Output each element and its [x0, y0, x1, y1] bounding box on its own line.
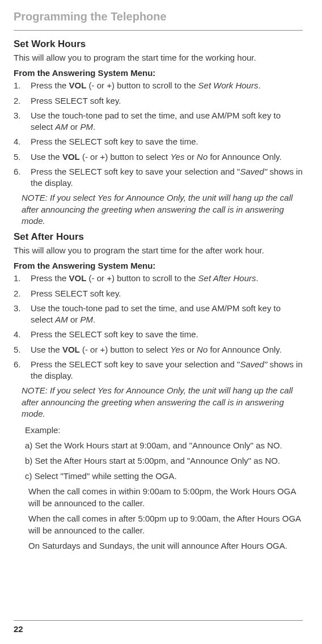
page-footer: 22 — [14, 620, 303, 634]
example-p3: On Saturdays and Sundays, the unit will … — [25, 540, 303, 552]
step-item: 1.Press the VOL (- or +) button to scrol… — [14, 273, 303, 284]
step-item: 6.Press the SELECT soft key to save your… — [14, 359, 303, 382]
example-b: b) Set the After Hours start at 5:00pm, … — [25, 455, 303, 467]
step-item: 3.Use the touch-tone pad to set the time… — [14, 110, 303, 133]
example-a: a) Set the Work Hours start at 9:00am, a… — [25, 439, 303, 451]
step-item: 2.Press SELECT soft key. — [14, 288, 303, 299]
steps-list: 1.Press the VOL (- or +) button to scrol… — [14, 273, 303, 382]
step-num: 5. — [14, 344, 21, 355]
page-number: 22 — [14, 624, 303, 634]
example-block: Example: a) Set the Work Hours start at … — [14, 424, 303, 552]
menu-heading: From the Answering System Menu: — [14, 261, 303, 270]
step-num: 6. — [14, 359, 21, 370]
note-text: NOTE: If you select Yes for Announce Onl… — [14, 192, 303, 227]
step-item: 4.Press the SELECT soft key to save the … — [14, 329, 303, 340]
step-num: 1. — [14, 80, 21, 91]
section-desc: This will allow you to program the start… — [14, 52, 303, 63]
section-title-work-hours: Set Work Hours — [14, 39, 303, 50]
step-num: 5. — [14, 151, 21, 163]
step-item: 4.Press the SELECT soft key to save the … — [14, 136, 303, 147]
step-num: 1. — [14, 273, 21, 284]
menu-heading: From the Answering System Menu: — [14, 68, 303, 78]
example-p1: When the call comes in within 9:00am to … — [25, 485, 303, 509]
step-num: 4. — [14, 136, 21, 147]
note-text: NOTE: If you select Yes for Announce Onl… — [14, 385, 303, 420]
example-label: Example: — [25, 424, 303, 436]
example-c: c) Select "Timed" while setting the OGA. — [25, 470, 303, 482]
step-num: 3. — [14, 303, 21, 314]
footer-divider — [14, 620, 303, 621]
section-desc: This will allow you to program the start… — [14, 245, 303, 256]
section-title-after-hours: Set After Hours — [14, 231, 303, 243]
step-num: 3. — [14, 110, 21, 121]
step-num: 6. — [14, 166, 21, 177]
step-item: 5.Use the VOL (- or +) button to select … — [14, 151, 303, 163]
steps-list: 1.Press the VOL (- or +) button to scrol… — [14, 80, 303, 189]
example-p2: When the call comes in after 5:00pm up t… — [25, 512, 303, 536]
step-num: 4. — [14, 329, 21, 340]
step-item: 3.Use the touch-tone pad to set the time… — [14, 303, 303, 326]
step-item: 1.Press the VOL (- or +) button to scrol… — [14, 80, 303, 91]
step-item: 2.Press SELECT soft key. — [14, 95, 303, 107]
divider — [14, 30, 303, 31]
chapter-title: Programming the Telephone — [14, 10, 303, 23]
step-num: 2. — [14, 95, 21, 107]
step-num: 2. — [14, 288, 21, 299]
step-item: 5.Use the VOL (- or +) button to select … — [14, 344, 303, 355]
step-item: 6.Press the SELECT soft key to save your… — [14, 166, 303, 189]
